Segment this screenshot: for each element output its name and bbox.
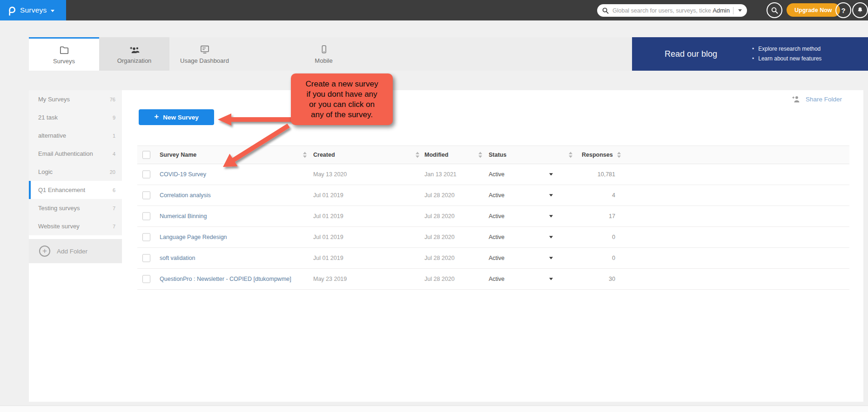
folder-count-badge: 7 [113,206,115,211]
product-label: Surveys [20,6,47,14]
modified-date: Jan 13 2021 [424,171,457,178]
row-checkbox[interactable] [142,275,150,283]
upgrade-now-button[interactable]: Upgrade Now [787,3,840,17]
sort-icon[interactable] [617,152,621,158]
folder-count-badge: 4 [113,151,115,157]
folders-sidebar: My Surveys 76 21 task 9 alternative 1 Em… [29,90,122,235]
status-value: Active [489,234,505,240]
sidebar-item-my-surveys[interactable]: My Surveys 76 [29,90,122,108]
promo-link-features[interactable]: Learn about new features [752,54,821,64]
chevron-down-icon [51,10,54,12]
created-date: Jul 01 2019 [313,234,343,240]
share-folder-button[interactable]: Share Folder [791,93,842,105]
table-row: soft validation Jul 01 2019 Jul 28 2020 … [137,248,849,269]
add-folder-button[interactable]: + Add Folder [29,239,122,263]
search-scope-divider [733,7,733,14]
sidebar-item-email-authentication[interactable]: Email Authentication 4 [29,145,122,163]
tab-label: Usage Dashboard [180,57,229,64]
tab-organization[interactable]: Organization [99,37,169,71]
sort-icon[interactable] [569,152,573,158]
sidebar-item-logic[interactable]: Logic 20 [29,163,122,181]
search-icon [602,7,609,14]
survey-name-link[interactable]: Numerical Binning [160,213,207,219]
sort-icon[interactable] [303,152,307,158]
new-survey-button[interactable]: + New Survey [139,109,214,125]
surveys-table: Survey Name Created Modified Status Resp… [137,146,849,290]
column-header-created[interactable]: Created [313,152,335,158]
modified-date: Jul 28 2020 [424,276,455,282]
module-tabs: Surveys Organization [29,37,632,71]
sidebar-item-testing-surveys[interactable]: Testing surveys 7 [29,199,122,217]
folder-count-badge: 76 [110,97,115,102]
global-search-input[interactable] [612,7,711,14]
product-switcher[interactable]: Surveys [0,0,66,20]
survey-name-link[interactable]: COVID-19 Survey [160,171,206,178]
responses-count: 17 [547,213,615,219]
created-date: Jul 01 2019 [313,192,343,199]
modified-date: Jul 28 2020 [424,192,455,199]
folder-count-badge: 7 [113,224,115,229]
search-scope-dropdown[interactable] [737,8,743,13]
blog-promo-banner: Read our blog Explore research method Le… [632,37,868,71]
sort-icon[interactable] [416,152,420,158]
folder-count-badge: 9 [113,115,115,120]
status-value: Active [489,171,505,178]
responses-count: 0 [547,234,615,240]
bell-icon [856,7,864,14]
tab-label: Surveys [53,58,75,65]
chevron-down-icon [738,9,742,12]
survey-name-link[interactable]: QuestionPro : Newsletter - COPIED [dtuko… [160,276,291,282]
column-header-survey-name[interactable]: Survey Name [160,152,196,158]
row-checkbox[interactable] [142,192,150,199]
sidebar-item-21-task[interactable]: 21 task 9 [29,108,122,126]
status-value: Active [489,213,505,219]
responses-count: 30 [547,276,615,282]
row-checkbox[interactable] [142,213,150,220]
tab-label: Mobile [315,57,332,64]
sidebar-item-alternative[interactable]: alternative 1 [29,126,122,145]
question-mark-icon: ? [841,7,845,14]
created-date: Jul 01 2019 [313,213,343,219]
column-header-status[interactable]: Status [489,152,506,158]
questionpro-logo-icon [7,5,16,16]
tab-label: Organization [117,57,152,64]
tab-mobile[interactable]: Mobile [289,37,359,71]
folder-count-badge: 20 [110,169,115,175]
status-value: Active [489,255,505,261]
notifications-button[interactable] [852,2,868,18]
folder-count-badge: 6 [113,187,115,193]
select-all-checkbox[interactable] [142,151,150,159]
search-button[interactable] [767,2,782,18]
table-row: QuestionPro : Newsletter - COPIED [dtuko… [137,269,849,290]
survey-name-link[interactable]: soft validation [160,255,195,261]
column-header-responses[interactable]: Responses [582,152,613,158]
page-bottom-strip [0,405,868,412]
tab-surveys[interactable]: Surveys [29,37,99,71]
survey-name-link[interactable]: Correlation analysis [160,192,211,199]
row-checkbox[interactable] [142,171,150,179]
annotation-callout: Create a new survey if you dont have any… [291,73,393,125]
dashboard-card-icon [199,44,210,54]
created-date: May 13 2020 [313,171,347,178]
sort-icon[interactable] [478,152,483,158]
row-checkbox[interactable] [142,254,150,262]
sidebar-item-website-survey[interactable]: Website survey 7 [29,217,122,235]
table-row: Language Page Redesign Jul 01 2019 Jul 2… [137,227,849,248]
table-row: Numerical Binning Jul 01 2019 Jul 28 202… [137,206,849,227]
status-value: Active [489,276,505,282]
row-checkbox[interactable] [142,233,150,241]
promo-link-explore[interactable]: Explore research method [752,44,821,54]
help-button[interactable]: ? [835,2,851,18]
search-scope-label: Admin [713,7,730,14]
plus-circle-icon: + [39,246,50,257]
add-people-icon [129,44,140,54]
survey-name-link[interactable]: Language Page Redesign [160,234,227,240]
sidebar-item-q1-enhancement[interactable]: Q1 Enhancement 6 [29,181,122,199]
tab-usage-dashboard[interactable]: Usage Dashboard [169,37,240,71]
read-our-blog-link[interactable]: Read our blog [665,37,717,71]
search-icon [771,7,778,14]
smartphone-icon [319,44,329,54]
responses-count: 0 [547,255,615,261]
modified-date: Jul 28 2020 [424,234,455,240]
column-header-modified[interactable]: Modified [424,152,448,158]
